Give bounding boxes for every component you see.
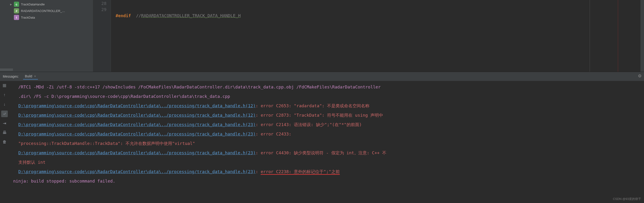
sidebar-item-label: RADARDATACONTROLLER_…	[21, 9, 65, 13]
line-number: 28	[93, 0, 106, 6]
compile-command: /RTC1 -MDd -Zi /utf-8 -std:c++17 /showIn…	[13, 84, 381, 99]
print-button[interactable]: 🖶	[1, 129, 8, 136]
define-icon: #	[14, 8, 19, 13]
sidebar-item-label: TrackDataHandle	[21, 2, 45, 6]
messages-label: Messages:	[3, 75, 19, 78]
build-status: ninja: build stopped: subcommand failed.	[13, 179, 115, 184]
class-icon: c	[14, 2, 19, 7]
error-text: : error C2873: "TrackData": 符号不能用在 using…	[256, 113, 383, 118]
error-stripe	[618, 0, 618, 72]
messages-header: Messages: Build × ⚙	[0, 72, 644, 81]
code-area[interactable]: #endif //RADARDATACONTROLLER_TRACK_DATA_…	[111, 0, 644, 72]
watermark: CSDN @93度的饼干	[613, 197, 641, 201]
down-button[interactable]: ↓	[1, 101, 8, 108]
sidebar-item-label: TrackData	[21, 16, 35, 19]
preproc-keyword: #endif	[116, 13, 131, 18]
error-text: : error C2653: "radardata": 不是类或命名空间名称	[256, 103, 370, 108]
file-link[interactable]: D:\programming\source-code\cpp\RadarData…	[18, 132, 256, 136]
error-text: : error C2143: 语法错误: 缺少";"(在"*"的前面)	[256, 122, 362, 127]
chevron-right-icon: ▶	[10, 3, 14, 6]
project-sidebar: ▶ c TrackDataHandle # RADARDATACONTROLLE…	[0, 0, 93, 72]
file-link[interactable]: D:\programming\source-code\cpp\RadarData…	[18, 150, 256, 155]
error-text: : error C4430: 缺少类型说明符 - 假定为 int。注意: C++…	[256, 150, 386, 155]
up-button[interactable]: ↑	[1, 92, 8, 98]
stop-button[interactable]	[1, 82, 8, 89]
editor-scrollbar[interactable]	[640, 0, 644, 72]
close-icon[interactable]: ×	[34, 74, 36, 78]
messages-toolbar: ↑ ↓ ⤶ ⇥ 🖶 🗑	[0, 81, 9, 189]
code-editor[interactable]: 28 29 #endif //RADARDATACONTROLLER_TRACK…	[93, 0, 644, 72]
messages-panel: Messages: Build × ⚙ ↑ ↓ ⤶ ⇥ 🖶 🗑 /RTC1 -M…	[0, 72, 644, 189]
scroll-to-end-button[interactable]: ⇥	[1, 120, 8, 127]
gear-icon[interactable]: ⚙	[638, 73, 642, 79]
line-number: 29	[93, 6, 106, 13]
sidebar-item-radardatacontroller[interactable]: # RADARDATACONTROLLER_…	[2, 7, 91, 14]
tab-build[interactable]: Build ×	[23, 73, 38, 79]
sidebar-item-trackdata[interactable]: t TrackData	[2, 14, 91, 21]
error-text: "processing::TrackDataHandle::TrackData"…	[13, 141, 195, 146]
error-text: : error C2433:	[256, 132, 292, 136]
macro-name: RADARDATACONTROLLER_TRACK_DATA_HANDLE_H	[141, 13, 241, 18]
file-link[interactable]: D:\programming\source-code\cpp\RadarData…	[18, 122, 256, 127]
error-text: 支持默认 int	[13, 160, 46, 165]
column-guide	[590, 0, 590, 72]
sidebar-scroll-thumb[interactable]	[0, 68, 13, 71]
file-link[interactable]: D:\programming\source-code\cpp\RadarData…	[18, 169, 256, 174]
highlighted-error: error C2238: 意外的标记位于";"之前	[261, 169, 340, 174]
line-gutter: 28 29	[93, 0, 111, 72]
file-link[interactable]: D:\programming\source-code\cpp\RadarData…	[18, 103, 256, 108]
soft-wrap-button[interactable]: ⤶	[1, 111, 8, 117]
trash-button[interactable]: 🗑	[1, 139, 8, 145]
sidebar-item-trackdatahandle[interactable]: ▶ c TrackDataHandle	[2, 1, 91, 7]
type-icon: t	[14, 15, 19, 20]
build-console[interactable]: /RTC1 -MDd -Zi /utf-8 -std:c++17 /showIn…	[9, 81, 644, 189]
file-link[interactable]: D:\programming\source-code\cpp\RadarData…	[18, 113, 256, 118]
